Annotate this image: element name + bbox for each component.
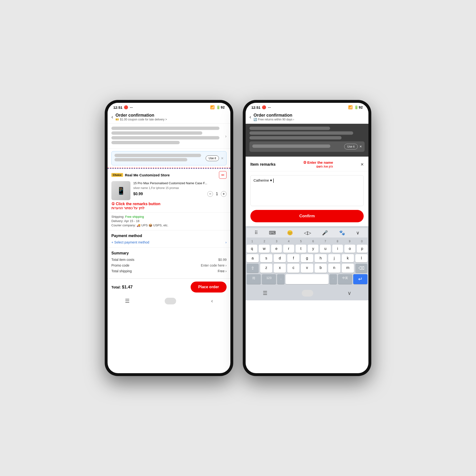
- kb-123[interactable]: 123: [262, 274, 276, 284]
- kb-num-7[interactable]: 7: [320, 239, 331, 244]
- kb-e[interactable]: e: [271, 245, 282, 253]
- text-cursor: [273, 178, 274, 183]
- kb-b[interactable]: b: [315, 264, 327, 273]
- bottom-nav-right: ☰ ∨: [246, 288, 368, 300]
- coupon-sub-left[interactable]: 🎫 $1.00 coupon code for late delivery >: [116, 118, 227, 121]
- product-price-row: $0.99 − 1 +: [133, 191, 227, 197]
- kb-space[interactable]: [286, 274, 328, 284]
- kb-toolbar-special[interactable]: 🐾: [338, 229, 346, 236]
- kb-num-1[interactable]: 1: [247, 239, 258, 244]
- edit-remarks-button[interactable]: ✏: [219, 171, 227, 179]
- kb-toolbar-mic[interactable]: 🎤: [321, 229, 329, 236]
- header-right: ‹ Order confirmation 🔄 Free returns with…: [246, 111, 368, 124]
- qty-decrease[interactable]: −: [207, 191, 213, 197]
- header-sub-right: 🔄 Free returns within 90 days ›: [254, 118, 365, 121]
- kb-num-9[interactable]: 9: [344, 239, 355, 244]
- kb-toolbar-grid[interactable]: ⠿: [253, 229, 259, 236]
- kb-k[interactable]: k: [342, 254, 354, 262]
- back-button-right[interactable]: ‹: [249, 114, 251, 120]
- choice-badge: Choice: [111, 173, 123, 177]
- kb-a[interactable]: a: [247, 254, 259, 262]
- kb-y[interactable]: y: [308, 245, 319, 253]
- kb-num-0[interactable]: 0: [356, 239, 368, 244]
- kb-num-6[interactable]: 6: [307, 239, 319, 244]
- qty-increase[interactable]: +: [221, 191, 227, 197]
- remarks-close-button[interactable]: ×: [360, 161, 364, 168]
- dark-close-icon: ×: [360, 144, 362, 149]
- use-it-button[interactable]: Use it: [206, 155, 219, 161]
- total-area: Total: $1.47: [111, 285, 133, 290]
- confirm-button[interactable]: Confirm: [250, 210, 364, 222]
- kb-r[interactable]: r: [283, 245, 294, 253]
- kb-x[interactable]: x: [274, 264, 286, 273]
- left-phone: 12:51 🔴 ··· 📶 🔋92 ‹ Order confirmation 🎫…: [105, 100, 233, 376]
- kb-d[interactable]: d: [274, 254, 286, 262]
- kb-enter[interactable]: ↵: [353, 274, 368, 284]
- summary-label-2: Total shipping: [111, 269, 132, 273]
- product-info: 15 Pro Max Personalised Customized Name …: [133, 181, 227, 197]
- instruction-2-text: ② Enter the name: [303, 160, 333, 165]
- time-right: 12:51: [251, 105, 260, 109]
- nav-home-right[interactable]: [302, 290, 313, 297]
- select-payment-row[interactable]: + Select payment method ›: [111, 240, 227, 244]
- kb-j[interactable]: j: [328, 254, 340, 262]
- kb-num-8[interactable]: 8: [332, 239, 343, 244]
- nav-back-right[interactable]: ∨: [347, 290, 351, 296]
- kb-q[interactable]: q: [247, 245, 257, 253]
- kb-row-z: ⇧ z x c v b n m ⌫: [247, 264, 368, 273]
- kb-n[interactable]: n: [328, 264, 340, 273]
- nav-home-left[interactable]: [165, 298, 176, 305]
- kb-p[interactable]: p: [357, 245, 368, 253]
- shipping-free-row: Shipping: Free shipping: [111, 215, 227, 219]
- store-header: Choice Real Me Customized Store ✏: [111, 171, 227, 179]
- address-chevron[interactable]: ›: [225, 134, 227, 139]
- kb-lang-switch[interactable]: 中英: [338, 274, 352, 284]
- remarks-modal-header: Item remarks ② Enter the name הזן את השם…: [246, 157, 368, 171]
- summary-row-2[interactable]: Total shipping Free ›: [111, 269, 227, 273]
- kb-backspace[interactable]: ⌫: [355, 264, 368, 273]
- keyboard-toolbar: ⠿ ⌨ 😊 ◁▷ 🎤 🐾 ∨: [247, 228, 368, 238]
- product-variant: silver name 1,For iphone 15 promax: [133, 186, 227, 190]
- nav-menu-left[interactable]: ☰: [125, 298, 130, 304]
- kb-shift[interactable]: ⇧: [247, 264, 259, 273]
- nav-menu-right[interactable]: ☰: [263, 290, 268, 296]
- kb-g[interactable]: g: [301, 254, 313, 262]
- kb-i[interactable]: i: [332, 245, 343, 253]
- kb-num-4[interactable]: 4: [283, 239, 294, 244]
- kb-m[interactable]: m: [342, 264, 354, 273]
- kb-f[interactable]: f: [287, 254, 299, 262]
- kb-z[interactable]: z: [260, 264, 272, 273]
- kb-toolbar-keyboard[interactable]: ⌨: [268, 229, 277, 236]
- nav-back-left[interactable]: ‹: [211, 298, 213, 304]
- kb-w[interactable]: w: [259, 245, 270, 253]
- kb-special-chars[interactable]: 符: [247, 274, 261, 284]
- kb-l[interactable]: l: [355, 254, 368, 262]
- product-title: 15 Pro Max Personalised Customized Name …: [133, 181, 227, 186]
- kb-num-5[interactable]: 5: [295, 239, 306, 244]
- kb-toolbar-collapse[interactable]: ∨: [355, 229, 361, 236]
- address-blur-1: [111, 127, 220, 130]
- keyboard: ⠿ ⌨ 😊 ◁▷ 🎤 🐾 ∨ 1 2 3 4 5 6 7: [246, 226, 368, 288]
- remarks-input[interactable]: Catherine ♥: [250, 175, 364, 206]
- coupon-text: [115, 154, 206, 163]
- kb-period[interactable]: .: [329, 274, 337, 284]
- summary-val-1: Enter code here ›: [201, 263, 227, 267]
- kb-v[interactable]: v: [301, 264, 313, 273]
- kb-t[interactable]: t: [296, 245, 306, 253]
- kb-num-3[interactable]: 3: [271, 239, 282, 244]
- kb-comma[interactable]: ，: [277, 274, 285, 284]
- kb-c[interactable]: c: [287, 264, 299, 273]
- kb-toolbar-cursor[interactable]: ◁▷: [303, 229, 312, 236]
- coupon-close-icon[interactable]: ×: [221, 156, 223, 161]
- kb-s[interactable]: s: [260, 254, 272, 262]
- place-order-button[interactable]: Place order: [191, 282, 227, 292]
- summary-row-1[interactable]: Promo code Enter code here ›: [111, 263, 227, 267]
- kb-o[interactable]: o: [344, 245, 355, 253]
- kb-u[interactable]: u: [320, 245, 331, 253]
- back-button-left[interactable]: ‹: [111, 114, 113, 120]
- address-section: ›: [108, 124, 230, 149]
- kb-h[interactable]: h: [315, 254, 327, 262]
- courier-row: Courier company: 🚚 UPS 📦 USPS, etc.: [111, 223, 227, 227]
- kb-num-2[interactable]: 2: [259, 239, 270, 244]
- kb-toolbar-emoji[interactable]: 😊: [286, 229, 294, 236]
